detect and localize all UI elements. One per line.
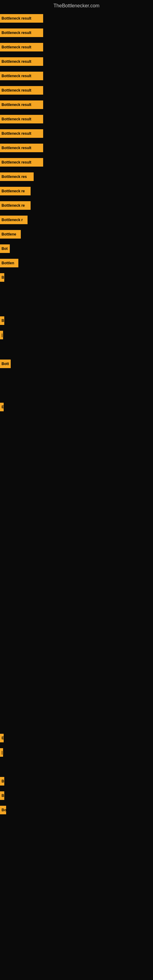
bottleneck-item[interactable]: Bottleneck result	[0, 158, 43, 167]
bottleneck-item[interactable]: B	[0, 317, 4, 325]
bottleneck-item[interactable]: Bo	[0, 806, 6, 814]
bottleneck-label: Bott	[0, 360, 11, 368]
bottleneck-item[interactable]: Bottleneck re	[0, 187, 30, 196]
bottleneck-label: Bo	[0, 806, 6, 814]
bottleneck-label: Bottleneck res	[0, 172, 33, 181]
bottleneck-label: Bottleneck result	[0, 115, 43, 123]
bottleneck-label: Bottleneck result	[0, 86, 43, 95]
bottleneck-item[interactable]: B	[0, 777, 4, 786]
bottleneck-item[interactable]: B	[0, 273, 4, 282]
bottleneck-label: Bottlen	[0, 259, 18, 267]
bottleneck-label: B	[0, 273, 4, 282]
bottleneck-item[interactable]: Bot	[0, 244, 10, 253]
bottleneck-item[interactable]: |	[0, 331, 3, 339]
bottleneck-item[interactable]: Bottleneck result	[0, 72, 43, 80]
bottleneck-label: Bottlene	[0, 230, 21, 239]
bottleneck-item[interactable]: Bottleneck result	[0, 29, 43, 37]
bottleneck-item[interactable]: Bottleneck result	[0, 86, 43, 95]
bottleneck-item[interactable]: E	[0, 734, 4, 742]
bottleneck-item[interactable]: Bottleneck result	[0, 57, 43, 66]
bottleneck-label: Bottleneck result	[0, 158, 43, 167]
bottleneck-label: Bottleneck result	[0, 129, 43, 138]
bottleneck-item[interactable]: E	[0, 403, 4, 411]
page-container: TheBottlenecker.com Bottleneck resultBot…	[0, 0, 153, 980]
bottleneck-label: Bottleneck re	[0, 201, 30, 210]
bottleneck-item[interactable]: Bottleneck result	[0, 14, 43, 23]
bottleneck-item[interactable]: |	[0, 748, 3, 757]
bottleneck-label: Bottleneck result	[0, 72, 43, 80]
bottleneck-label: B	[0, 777, 4, 786]
bottleneck-item[interactable]: Bott	[0, 360, 11, 368]
bottleneck-label: |	[0, 331, 3, 339]
bottleneck-label: B	[0, 791, 4, 800]
site-title: TheBottlenecker.com	[0, 0, 153, 11]
bottleneck-label: E	[0, 403, 4, 411]
bottleneck-item[interactable]: Bottleneck result	[0, 43, 43, 51]
bottleneck-label: Bottleneck result	[0, 57, 43, 66]
bottleneck-label: Bottleneck result	[0, 43, 43, 51]
bottleneck-item[interactable]: Bottleneck result	[0, 115, 43, 123]
bottleneck-label: Bottleneck result	[0, 144, 43, 152]
bottleneck-label: B	[0, 317, 4, 325]
bottleneck-label: |	[0, 748, 3, 757]
bottleneck-label: Bottleneck result	[0, 100, 43, 109]
bottleneck-item[interactable]: Bottlene	[0, 230, 21, 239]
bottleneck-label: Bottleneck r	[0, 216, 27, 224]
bottleneck-label: Bottleneck re	[0, 187, 30, 196]
bottleneck-label: Bot	[0, 244, 10, 253]
bottleneck-label: Bottleneck result	[0, 29, 43, 37]
bottleneck-item[interactable]: Bottleneck result	[0, 100, 43, 109]
bottleneck-item[interactable]: B	[0, 791, 4, 800]
bottleneck-label: E	[0, 734, 4, 742]
bottleneck-item[interactable]: Bottleneck res	[0, 172, 33, 181]
bottleneck-item[interactable]: Bottlen	[0, 259, 18, 267]
bottleneck-item[interactable]: Bottleneck r	[0, 216, 27, 224]
bottleneck-item[interactable]: Bottleneck result	[0, 144, 43, 152]
bottleneck-label: Bottleneck result	[0, 14, 43, 23]
items-container: Bottleneck resultBottleneck resultBottle…	[0, 14, 153, 933]
bottleneck-item[interactable]: Bottleneck result	[0, 129, 43, 138]
bottleneck-item[interactable]: Bottleneck re	[0, 201, 30, 210]
